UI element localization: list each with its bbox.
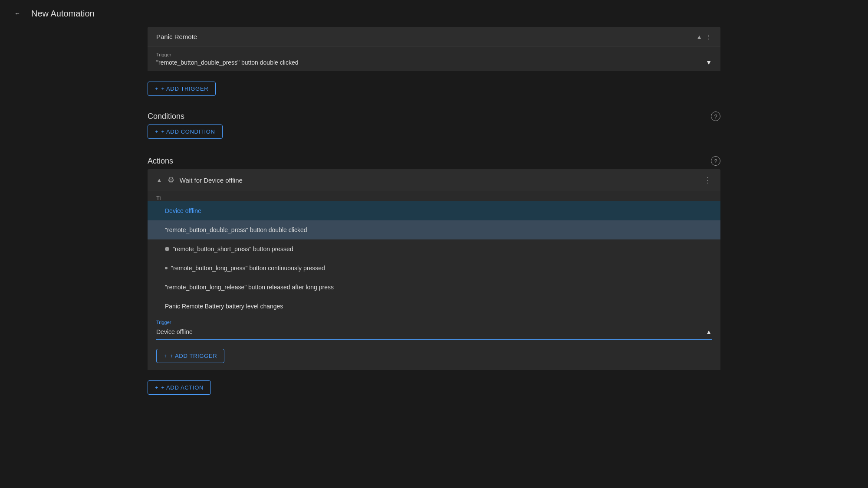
action-gear-icon: ⚙ [168,175,174,185]
action-trigger-select-value: Device offline [156,328,193,335]
dropdown-item-battery[interactable]: Panic Remote Battery battery level chang… [148,297,720,316]
actions-title: Actions [148,157,173,166]
dot-sep-icon [165,267,168,269]
action-trigger-select-value-row[interactable]: Device offline ▲ [156,326,712,340]
add-condition-label: + ADD CONDITION [161,128,215,135]
back-button[interactable]: ← [10,7,24,20]
action-more-btn[interactable]: ⋮ [704,175,712,185]
action-trigger-select-row: Trigger Device offline ▲ [148,316,720,345]
dropdown-item-short-press[interactable]: "remote_button_short_press" button press… [148,239,720,259]
dropdown-container: Device offline "remote_button_double_pre… [148,201,720,345]
panic-remote-menu-icon: ⋮ [706,33,712,40]
add-trigger-label-top: + ADD TRIGGER [161,85,208,92]
action-add-trigger-area: + + ADD TRIGGER [148,345,720,370]
help-icon: ? [714,113,717,120]
conditions-help-button[interactable]: ? [711,111,720,121]
action-title: Wait for Device offline [180,177,699,184]
add-action-button[interactable]: + + ADD ACTION [148,380,211,395]
add-trigger-action-plus-icon: + [164,353,167,359]
action-trigger-select-label: Trigger [156,320,712,325]
trigger-label: Trigger [156,52,712,57]
add-action-plus-icon: + [155,384,158,391]
dropdown-item-double-press-text: "remote_button_double_press" button doub… [165,226,307,233]
trigger-select-chevron-up-icon: ▲ [706,328,712,335]
panic-remote-card: Panic Remote ▲ ⋮ Trigger "remote_button_… [148,27,720,71]
panic-remote-title: Panic Remote [156,33,197,40]
radio-dot-icon [165,247,169,251]
dropdown-item-battery-text: Panic Remote Battery battery level chang… [165,303,283,310]
dropdown-item-long-press[interactable]: "remote_button_long_press" button contin… [148,259,720,278]
panic-remote-collapse-btn[interactable]: ▲ ⋮ [696,33,712,40]
add-trigger-action-label: + ADD TRIGGER [170,353,217,359]
chevron-up-icon: ▲ [696,33,702,40]
dropdown-item-device-offline[interactable]: Device offline [148,201,720,220]
action-collapse-btn[interactable]: ▲ [156,177,162,183]
action-chevron-up-icon: ▲ [156,177,162,183]
actions-section-title-row: Actions ? [148,156,720,166]
actions-help-button[interactable]: ? [711,156,720,166]
panic-remote-trigger-row: Trigger "remote_button_double_press" but… [148,46,720,71]
page-title: New Automation [31,9,95,19]
conditions-section-title-row: Conditions ? [148,111,720,121]
panic-remote-header: Panic Remote ▲ ⋮ [148,27,720,46]
page-header: ← New Automation [0,0,868,27]
conditions-title: Conditions [148,112,184,121]
action-trigger-label-text: Ti [156,195,161,201]
trigger-value: "remote_button_double_press" button doub… [156,59,712,66]
dropdown-item-long-release-text: "remote_button_long_release" button rele… [165,284,334,291]
trigger-text: "remote_button_double_press" button doub… [156,59,299,66]
main-content: Panic Remote ▲ ⋮ Trigger "remote_button_… [0,27,868,402]
trigger-chevron-down-icon: ▼ [706,59,712,66]
add-condition-plus-icon: + [155,128,158,135]
dropdown-item-device-offline-text: Device offline [165,207,201,214]
add-trigger-button-top[interactable]: + + ADD TRIGGER [148,82,216,96]
dropdown-item-double-press[interactable]: "remote_button_double_press" button doub… [148,220,720,239]
dropdown-item-long-release[interactable]: "remote_button_long_release" button rele… [148,278,720,297]
dropdown-item-long-press-text: "remote_button_long_press" button contin… [171,265,325,272]
action-card: ▲ ⚙ Wait for Device offline ⋮ Ti Device … [148,169,720,370]
add-trigger-plus-icon: + [155,85,158,92]
back-icon: ← [14,10,20,17]
action-trigger-label-row: Ti [148,191,720,201]
actions-help-icon: ? [714,158,717,164]
add-condition-button[interactable]: + + ADD CONDITION [148,124,223,139]
add-action-label: + ADD ACTION [161,384,204,391]
add-trigger-button-action[interactable]: + + ADD TRIGGER [156,349,224,363]
dropdown-item-short-press-text: "remote_button_short_press" button press… [173,246,293,252]
action-card-header: ▲ ⚙ Wait for Device offline ⋮ [148,169,720,191]
